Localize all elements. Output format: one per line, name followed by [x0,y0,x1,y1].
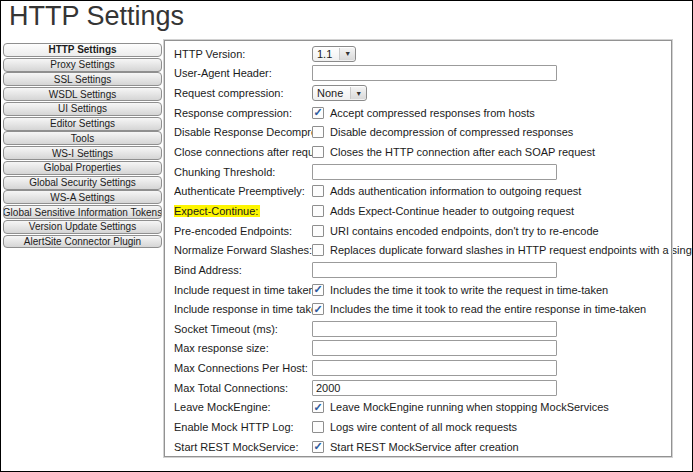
field-control-max-connections-per-host [312,360,557,376]
sidebar: HTTP SettingsProxy SettingsSSL SettingsW… [3,43,162,249]
sidebar-item-http-settings[interactable]: HTTP Settings [3,43,162,57]
request-compression-dropdown[interactable]: None▼ [312,85,367,101]
authenticate-preemptively-description: Adds authentication information to outgo… [330,185,581,197]
field-control-socket-timeout [312,321,557,337]
http-settings-window: HTTP Settings HTTP SettingsProxy Setting… [0,0,693,472]
sidebar-item-ui-settings[interactable]: UI Settings [3,102,162,116]
max-connections-per-host-input[interactable] [312,360,557,376]
sidebar-item-ssl-settings[interactable]: SSL Settings [3,72,162,86]
field-control-expect-continue: Adds Expect-Continue header to outgoing … [312,205,574,217]
close-connections-after-request-description: Closes the HTTP connection after each SO… [330,146,595,158]
field-label-socket-timeout: Socket Timeout (ms): [174,323,312,335]
form-row-expect-continue: Expect-Continue:Adds Expect-Continue hea… [165,201,671,221]
sidebar-item-ws-a-settings[interactable]: WS-A Settings [3,190,162,204]
field-label-disable-response-decompression: Disable Response Decompression: [174,126,312,138]
sidebar-item-global-properties[interactable]: Global Properties [3,161,162,175]
http-version-dropdown[interactable]: 1.1▼ [312,46,356,62]
form-row-normalize-forward-slashes: Normalize Forward Slashes:Replaces dupli… [165,240,671,260]
chevron-down-icon: ▼ [339,48,355,60]
field-control-close-connections-after-request: Closes the HTTP connection after each SO… [312,146,595,158]
sidebar-item-tools[interactable]: Tools [3,131,162,145]
normalize-forward-slashes-checkbox[interactable] [312,244,324,256]
close-connections-after-request-checkbox[interactable] [312,146,324,158]
chunking-threshold-input[interactable] [312,164,557,180]
field-control-user-agent-header [312,65,557,81]
sidebar-item-proxy-settings[interactable]: Proxy Settings [3,58,162,72]
disable-response-decompression-checkbox[interactable] [312,126,324,138]
field-label-include-request-in-time-taken: Include request in time taken: [174,284,312,296]
socket-timeout-input[interactable] [312,321,557,337]
field-control-enable-mock-http-log: Logs wire content of all mock requests [312,421,517,433]
sidebar-item-wsdl-settings[interactable]: WSDL Settings [3,87,162,101]
authenticate-preemptively-checkbox[interactable] [312,185,324,197]
field-control-max-response-size [312,340,557,356]
enable-mock-http-log-description: Logs wire content of all mock requests [330,421,517,433]
field-control-chunking-threshold [312,164,557,180]
leave-mockengine-checkbox[interactable] [312,401,324,413]
http-version-selected-value: 1.1 [317,48,332,60]
start-rest-mockservice-checkbox[interactable] [312,441,324,453]
field-control-leave-mockengine: Leave MockEngine running when stopping M… [312,401,609,413]
field-control-max-total-connections [312,380,557,396]
field-control-authenticate-preemptively: Adds authentication information to outgo… [312,185,581,197]
disable-response-decompression-description: Disable decompression of compressed resp… [330,126,573,138]
form-row-response-compression: Response compression:Accept compressed r… [165,103,671,123]
field-label-bind-address: Bind Address: [174,264,312,276]
field-control-include-response-in-time-taken: Includes the time it took to read the en… [312,303,646,315]
form-row-close-connections-after-request: Close connections after request:Closes t… [165,142,671,162]
max-total-connections-input[interactable] [312,380,557,396]
max-response-size-input[interactable] [312,340,557,356]
response-compression-checkbox[interactable] [312,107,324,119]
field-label-normalize-forward-slashes: Normalize Forward Slashes: [174,244,312,256]
settings-form: HTTP Version:1.1▼User-Agent Header:Reque… [164,40,672,457]
form-row-chunking-threshold: Chunking Threshold: [165,162,671,182]
form-row-enable-mock-http-log: Enable Mock HTTP Log:Logs wire content o… [165,417,671,437]
field-label-leave-mockengine: Leave MockEngine: [174,401,312,413]
field-label-chunking-threshold: Chunking Threshold: [174,166,312,178]
field-label-pre-encoded-endpoints: Pre-encoded Endpoints: [174,225,312,237]
include-response-in-time-taken-checkbox[interactable] [312,303,324,315]
sidebar-item-editor-settings[interactable]: Editor Settings [3,117,162,131]
field-label-user-agent-header: User-Agent Header: [174,67,312,79]
sidebar-item-version-update-settings[interactable]: Version Update Settings [3,220,162,234]
pre-encoded-endpoints-checkbox[interactable] [312,225,324,237]
expect-continue-checkbox[interactable] [312,205,324,217]
user-agent-header-input[interactable] [312,65,557,81]
form-row-http-version: HTTP Version:1.1▼ [165,44,671,64]
field-label-start-rest-mockservice: Start REST MockService: [174,441,312,453]
field-label-max-total-connections: Max Total Connections: [174,382,312,394]
response-compression-description: Accept compressed responses from hosts [330,107,535,119]
leave-mockengine-description: Leave MockEngine running when stopping M… [330,401,609,413]
field-label-max-response-size: Max response size: [174,342,312,354]
field-label-expect-continue: Expect-Continue: [174,205,312,217]
sidebar-item-global-sensitive-information-tokens[interactable]: Global Sensitive Information Tokens [3,205,162,219]
form-row-user-agent-header: User-Agent Header: [165,64,671,84]
expect-continue-description: Adds Expect-Continue header to outgoing … [330,205,574,217]
sidebar-item-alertsite-connector-plugin[interactable]: AlertSite Connector Plugin [3,235,162,249]
field-control-response-compression: Accept compressed responses from hosts [312,107,535,119]
bind-address-input[interactable] [312,262,557,278]
form-row-max-connections-per-host: Max Connections Per Host: [165,358,671,378]
request-compression-selected-value: None [317,87,343,99]
form-row-socket-timeout: Socket Timeout (ms): [165,319,671,339]
form-row-leave-mockengine: Leave MockEngine:Leave MockEngine runnin… [165,398,671,418]
field-label-http-version: HTTP Version: [174,48,312,60]
enable-mock-http-log-checkbox[interactable] [312,421,324,433]
include-request-in-time-taken-description: Includes the time it took to write the r… [330,284,608,296]
field-control-http-version: 1.1▼ [312,46,356,62]
chevron-down-icon: ▼ [350,87,366,99]
form-row-request-compression: Request compression:None▼ [165,83,671,103]
form-row-bind-address: Bind Address: [165,260,671,280]
field-control-pre-encoded-endpoints: URI contains encoded endpoints, don't tr… [312,225,599,237]
include-request-in-time-taken-checkbox[interactable] [312,284,324,296]
field-label-request-compression: Request compression: [174,87,312,99]
field-label-response-compression: Response compression: [174,107,312,119]
include-response-in-time-taken-description: Includes the time it took to read the en… [330,303,646,315]
field-label-authenticate-preemptively: Authenticate Preemptively: [174,185,312,197]
form-row-include-request-in-time-taken: Include request in time taken:Includes t… [165,280,671,300]
sidebar-item-global-security-settings[interactable]: Global Security Settings [3,176,162,190]
field-control-include-request-in-time-taken: Includes the time it took to write the r… [312,284,608,296]
field-control-start-rest-mockservice: Start REST MockService after creation [312,441,519,453]
sidebar-item-ws-i-settings[interactable]: WS-I Settings [3,146,162,160]
pre-encoded-endpoints-description: URI contains encoded endpoints, don't tr… [330,225,599,237]
